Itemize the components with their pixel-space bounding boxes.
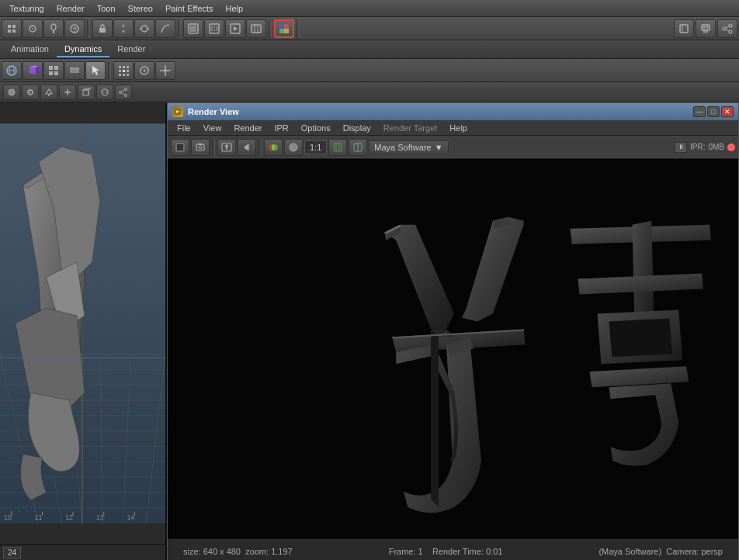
toolbar-effects-btn[interactable] [274,19,294,38]
svg-point-135 [290,143,297,151]
color-manage-btn[interactable] [264,139,283,156]
render-output-svg [168,159,738,538]
render-view-title: Render View [172,106,239,117]
small-btn-2[interactable] [22,85,39,100]
svg-rect-58 [119,70,121,72]
small-btn-1[interactable] [3,85,20,100]
renderer-dropdown-icon: ▼ [435,143,443,152]
render-menu-render[interactable]: Render [227,122,268,134]
toolbar-flat-btn[interactable] [64,61,85,80]
toolbar-snap-curve-btn[interactable] [134,61,154,80]
small-btn-snap[interactable] [59,85,76,100]
ratio-display: 1:1 [304,140,327,154]
tab-animation[interactable]: Animation [3,42,57,57]
window-minimize-btn[interactable]: — [693,106,706,117]
real-size-btn[interactable] [349,139,367,156]
toolbar-snap-grid-btn[interactable] [113,61,134,80]
svg-marker-77 [83,88,91,90]
ipr-pause-btn[interactable]: ⏸ [675,142,687,153]
svg-rect-52 [70,68,79,73]
toolbar-cube-btn[interactable] [23,61,43,80]
renderer-label: Maya Software [374,143,431,152]
menu-texturing[interactable]: Texturing [3,2,50,15]
menu-render[interactable]: Render [50,2,91,15]
svg-rect-63 [127,74,129,76]
toolbar-render-settings-btn[interactable] [674,19,694,38]
render-frame-label: Frame: 1 Render Time: 0:01 [389,547,503,556]
toolbar-ipr-btn[interactable] [225,19,245,38]
toolbar-move-btn[interactable] [113,19,134,38]
snapshot-btn[interactable] [191,139,210,156]
toolbar-select-btn[interactable] [2,19,22,38]
menu-toon[interactable]: Toon [91,2,122,15]
svg-rect-61 [119,74,121,76]
svg-rect-25 [284,24,289,29]
svg-text:12: 12 [65,513,73,521]
tab-render[interactable]: Render [109,42,153,57]
toolbar-world-btn[interactable] [2,61,22,80]
toolbar-render-region-btn[interactable] [204,19,224,38]
icon-sep-1 [108,61,111,80]
toolbar-share-btn[interactable] [717,19,737,38]
fit-btn[interactable] [328,139,347,156]
prev-image-btn[interactable] [238,139,256,156]
menu-stereo[interactable]: Stereo [122,2,159,15]
renderer-select[interactable]: Maya Software ▼ [369,140,448,154]
render-menu-file[interactable]: File [171,122,197,134]
svg-rect-60 [127,70,129,72]
small-btn-sphere[interactable] [96,85,113,100]
menu-help[interactable]: Help [220,2,250,15]
ipr-label: IPR: [690,143,705,151]
toolbar-lasso-btn[interactable] [23,19,43,38]
toolbar-paint-btn[interactable] [43,19,64,38]
toolbar-lock-btn[interactable] [92,19,113,38]
toolbar-render-anim-btn[interactable] [246,19,266,38]
window-maximize-btn[interactable]: □ [707,106,720,117]
small-btn-cube[interactable] [78,85,95,100]
viewport-svg: 10 11 12 13 14 [0,102,165,544]
svg-rect-56 [123,66,125,68]
keep-image-btn[interactable] [217,139,236,156]
svg-text:14: 14 [127,513,134,521]
svg-point-134 [272,144,275,150]
small-btn-3[interactable] [40,85,57,100]
svg-rect-48 [49,66,53,70]
toolbar-question-btn[interactable]: ? [64,19,85,38]
svg-text:13: 13 [96,513,104,521]
toolbar-lights-btn[interactable] [696,19,716,38]
toolbar-snap-btn[interactable] [134,19,154,38]
render-menu-view[interactable]: View [197,122,228,134]
svg-marker-11 [122,24,125,33]
tab-dynamics[interactable]: Dynamics [57,42,109,57]
svg-line-40 [726,26,729,28]
toolbar-curve-btn[interactable] [155,19,175,38]
render-view-window: Render View — □ ✕ File View Render IPR O… [167,102,739,560]
render-menu-options[interactable]: Options [295,122,337,134]
small-btn-share[interactable] [115,85,132,100]
toolbar-render-frame-btn[interactable] [183,19,203,38]
window-close-btn[interactable]: ✕ [721,106,734,117]
left-panel: 10 11 12 13 14 [0,102,167,560]
render-view-title-text: Render View [188,107,239,116]
svg-rect-24 [279,24,284,29]
render-menu-render-target[interactable]: Render Target [377,122,444,134]
render-btn[interactable] [171,139,189,156]
render-menu-display[interactable]: Display [337,122,377,134]
svg-rect-21 [252,25,261,33]
scope-btn[interactable] [284,139,303,156]
toolbar-snap-point-btn[interactable] [155,61,175,80]
svg-point-39 [729,30,732,33]
svg-rect-18 [211,27,217,30]
menu-paint-effects[interactable]: Paint Effects [159,2,220,15]
svg-text:?: ? [73,26,78,33]
render-view-titlebar: Render View — □ ✕ [168,103,738,120]
toolbar-grid-btn[interactable] [43,61,64,80]
toolbar-pointer-btn[interactable] [85,61,106,80]
svg-rect-59 [123,70,125,72]
toolbar-sep-3 [269,19,272,38]
render-menu-help[interactable]: Help [443,122,474,134]
svg-rect-55 [119,66,121,68]
viewport-3d[interactable]: 10 11 12 13 14 [0,102,165,544]
render-menu-ipr[interactable]: IPR [268,122,294,134]
svg-point-81 [125,88,127,90]
